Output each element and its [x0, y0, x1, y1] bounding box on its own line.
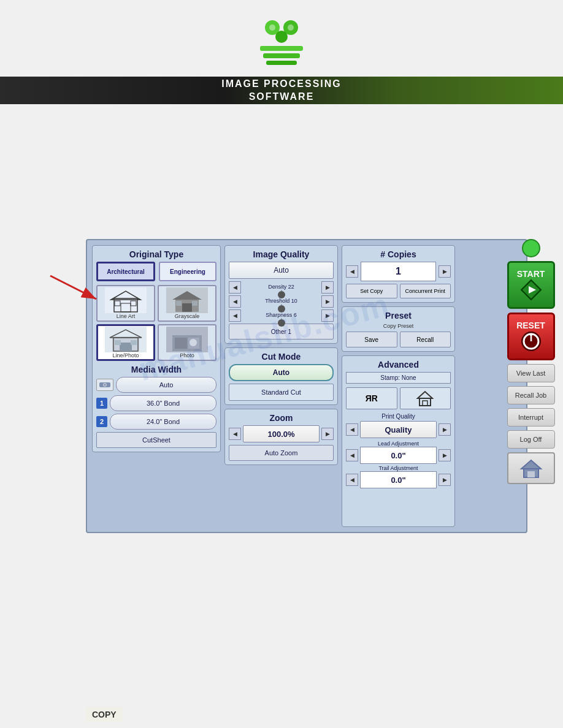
lead-dec-btn[interactable]: ◀ — [346, 449, 358, 461]
cut-sheet-btn[interactable]: CutSheet — [96, 432, 216, 448]
iq-title: Image Quality — [229, 249, 334, 259]
sharpness-inc-btn[interactable]: ▶ — [321, 309, 334, 322]
mirror-btns: ЯR — [346, 387, 451, 409]
header-title: IMAGE PROCESSING SOFTWARE — [221, 78, 342, 104]
sharpness-label: Sharpness 6 — [266, 312, 297, 318]
media-roll1-btn[interactable]: 36.0" Bond — [110, 395, 216, 411]
preset-subtitle: Copy Preset — [346, 323, 451, 329]
density-dec-btn[interactable]: ◀ — [229, 281, 241, 294]
log-off-btn[interactable]: Log Off — [507, 430, 555, 449]
zoom-section: Zoom ◀ 100.0% ▶ Auto Zoom — [224, 409, 338, 465]
standard-cut-btn[interactable]: Standard Cut — [229, 384, 334, 401]
copies-row: ◀ 1 ▶ — [346, 262, 451, 281]
reset-circle-icon — [520, 330, 542, 352]
auto-zoom-btn[interactable]: Auto Zoom — [229, 445, 334, 461]
lead-inc-btn[interactable]: ▶ — [439, 449, 451, 461]
threshold-inc-btn[interactable]: ▶ — [321, 295, 334, 308]
svg-line-9 — [50, 276, 96, 299]
preset-section: Preset Copy Preset Save Recall — [342, 306, 455, 352]
house-icon — [415, 390, 435, 407]
zoom-dec-btn[interactable]: ◀ — [229, 428, 241, 440]
media-roll1-row: 1 36.0" Bond — [96, 395, 216, 411]
svg-rect-39 — [423, 401, 427, 406]
grayscale-svg — [166, 287, 208, 313]
media-auto-btn[interactable]: Auto — [116, 377, 216, 393]
mirror-r-btn[interactable]: ЯR — [346, 387, 397, 409]
type-thumbs: Line Art Grayscale — [96, 285, 216, 361]
density-inc-btn[interactable]: ▶ — [321, 281, 334, 294]
logo-container — [232, 12, 331, 74]
trail-inc-btn[interactable]: ▶ — [439, 474, 451, 486]
zoom-title: Zoom — [229, 413, 334, 423]
copies-dec-btn[interactable]: ◀ — [346, 265, 358, 278]
pq-display: Quality — [360, 421, 437, 438]
copies-display: 1 — [361, 262, 436, 281]
svg-rect-21 — [192, 301, 197, 306]
copies-title: # Copies — [346, 249, 451, 259]
threshold-label: Threshold 10 — [265, 298, 297, 304]
cut-auto-btn[interactable]: Auto — [229, 364, 334, 381]
preset-save-btn[interactable]: Save — [346, 332, 397, 347]
copies-inc-btn[interactable]: ▶ — [439, 265, 451, 278]
svg-rect-4 — [263, 53, 300, 58]
svg-point-33 — [190, 339, 197, 346]
col-right: # Copies ◀ 1 ▶ Set Copy Concurrent Print… — [342, 245, 455, 527]
logo-svg — [236, 15, 327, 70]
mirror-house-btn[interactable] — [400, 387, 451, 409]
thumb-grayscale[interactable]: Grayscale — [158, 285, 216, 322]
home-button[interactable] — [507, 452, 555, 484]
svg-rect-5 — [266, 61, 297, 65]
zoom-row: ◀ 100.0% ▶ — [229, 425, 334, 442]
reset-button[interactable]: RESET — [507, 313, 555, 360]
lead-adj-row: ◀ 0.0" ▶ — [346, 447, 451, 464]
sharpness-dec-btn[interactable]: ◀ — [229, 309, 241, 322]
threshold-dec-btn[interactable]: ◀ — [229, 295, 241, 308]
svg-rect-28 — [131, 340, 137, 345]
copies-btns: Set Copy Concurrent Print — [346, 284, 451, 298]
line-photo-svg — [105, 327, 147, 352]
view-last-btn[interactable]: View Last — [507, 364, 555, 382]
line-art-svg — [105, 287, 147, 313]
cut-mode-title: Cut Mode — [229, 352, 334, 362]
print-quality-section: Print Quality ◀ Quality ▶ Lead Adjustmen… — [346, 413, 451, 488]
pq-inc-btn[interactable]: ▶ — [439, 423, 451, 436]
media-icon-tape — [96, 379, 113, 391]
col-original: Original Type Architectural Engineering — [92, 245, 221, 527]
trail-dec-btn[interactable]: ◀ — [346, 474, 358, 486]
iq-auto-btn[interactable]: Auto — [229, 262, 334, 279]
original-type-row1: Architectural Engineering — [96, 262, 216, 281]
image-quality-section: Image Quality Auto ◀ Density 22 ▶ — [224, 245, 338, 344]
zoom-inc-btn[interactable]: ▶ — [321, 428, 334, 440]
copies-section: # Copies ◀ 1 ▶ Set Copy Concurrent Print — [342, 245, 455, 303]
trail-adj-display: 0.0" — [360, 471, 437, 488]
media-width-title: Media Width — [96, 365, 216, 374]
svg-point-2 — [275, 31, 288, 43]
home-icon — [519, 458, 543, 479]
pq-label: Print Quality — [346, 413, 451, 420]
svg-rect-27 — [115, 340, 121, 345]
recall-job-btn[interactable]: Recall Job — [507, 386, 555, 404]
svg-rect-49 — [527, 471, 535, 477]
media-roll2-btn[interactable]: 24.0" Bond — [110, 414, 216, 430]
header-banner: IMAGE PROCESSING SOFTWARE — [0, 77, 563, 104]
thumb-line-photo[interactable]: Line/Photo — [96, 324, 155, 361]
set-copy-btn[interactable]: Set Copy — [346, 284, 397, 298]
svg-rect-3 — [260, 46, 303, 51]
svg-marker-47 — [521, 460, 541, 469]
interrupt-btn[interactable]: Interrupt — [507, 408, 555, 427]
sharpness-slider — [281, 318, 282, 319]
cut-mode-section: Cut Mode Auto Standard Cut — [224, 347, 338, 405]
right-action-panel: START RESET View Last Recall Job Interru… — [505, 239, 557, 484]
btn-engineering[interactable]: Engineering — [159, 262, 216, 281]
media-roll2-row: 2 24.0" Bond — [96, 414, 216, 430]
density-row: ◀ Density 22 ▶ — [229, 281, 334, 294]
pq-row: ◀ Quality ▶ — [346, 421, 451, 438]
main-panel: Original Type Architectural Engineering — [86, 239, 527, 533]
start-button[interactable]: START — [507, 261, 555, 309]
pq-dec-btn[interactable]: ◀ — [346, 423, 358, 436]
media-auto-row: Auto — [96, 377, 216, 393]
concurrent-print-btn[interactable]: Concurrent Print — [400, 284, 451, 298]
svg-point-36 — [104, 384, 106, 386]
thumb-photo[interactable]: Photo — [158, 324, 216, 361]
preset-recall-btn[interactable]: Recall — [400, 332, 451, 347]
